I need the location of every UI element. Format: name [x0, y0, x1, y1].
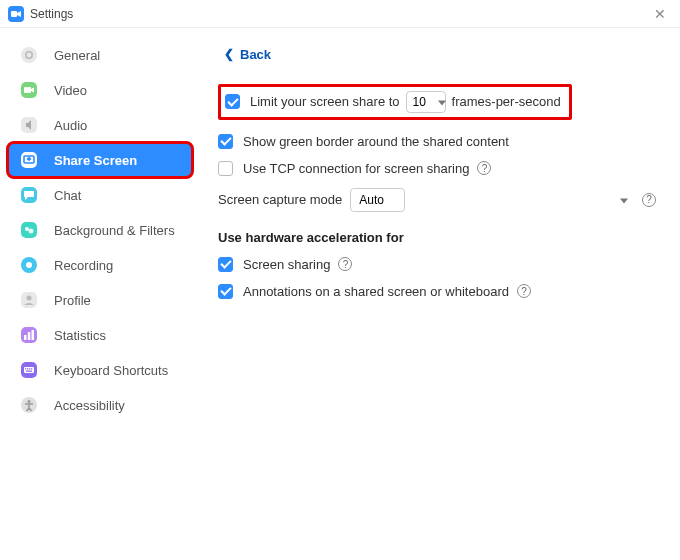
sidebar-item-general[interactable]: General	[8, 38, 192, 72]
back-link[interactable]: ❮ Back	[224, 47, 271, 62]
svg-rect-21	[24, 367, 34, 373]
sidebar: General Video Audio Share Screen	[0, 28, 200, 560]
keyboard-icon	[18, 359, 40, 381]
chevron-left-icon: ❮	[224, 47, 234, 61]
fps-select[interactable]: 10	[406, 91, 446, 113]
hw-screen-sharing-checkbox[interactable]	[218, 257, 233, 272]
accessibility-icon	[18, 394, 40, 416]
svg-point-13	[26, 262, 32, 268]
sidebar-item-share-screen[interactable]: Share Screen	[8, 143, 192, 177]
background-icon	[18, 219, 40, 241]
svg-rect-18	[28, 332, 31, 340]
sidebar-item-statistics[interactable]: Statistics	[8, 318, 192, 352]
chat-icon	[18, 184, 40, 206]
capture-mode-label: Screen capture mode	[218, 192, 342, 207]
sidebar-item-video[interactable]: Video	[8, 73, 192, 107]
tcp-label: Use TCP connection for screen sharing	[243, 161, 469, 176]
sidebar-item-recording[interactable]: Recording	[8, 248, 192, 282]
capture-mode-select[interactable]: Auto	[350, 188, 405, 212]
sidebar-item-label: Chat	[54, 188, 81, 203]
statistics-icon	[18, 324, 40, 346]
svg-rect-17	[24, 335, 27, 340]
hw-screen-sharing-label: Screen sharing	[243, 257, 330, 272]
sidebar-item-label: Share Screen	[54, 153, 137, 168]
gear-icon	[18, 44, 40, 66]
svg-rect-22	[25, 368, 26, 369]
sidebar-item-profile[interactable]: Profile	[8, 283, 192, 317]
tcp-help-icon[interactable]	[477, 161, 491, 175]
tcp-checkbox[interactable]	[218, 161, 233, 176]
svg-rect-4	[24, 87, 31, 93]
capture-mode-help-icon[interactable]	[642, 193, 656, 207]
svg-point-10	[25, 227, 29, 231]
titlebar: Settings ✕	[0, 0, 680, 28]
hw-annotations-label: Annotations on a shared screen or whiteb…	[243, 284, 509, 299]
sidebar-item-label: Recording	[54, 258, 113, 273]
svg-rect-25	[31, 368, 32, 369]
window-title: Settings	[30, 7, 73, 21]
limit-fps-checkbox[interactable]	[225, 94, 240, 109]
sidebar-item-label: Audio	[54, 118, 87, 133]
sidebar-item-label: Video	[54, 83, 87, 98]
close-icon[interactable]: ✕	[648, 4, 672, 24]
svg-point-15	[27, 296, 32, 301]
sidebar-item-label: Background & Filters	[54, 223, 175, 238]
limit-fps-suffix: frames-per-second	[452, 94, 561, 109]
svg-rect-26	[26, 371, 32, 372]
main-content: ❮ Back Limit your screen share to 10 fra…	[200, 28, 680, 560]
sidebar-item-label: Keyboard Shortcuts	[54, 363, 168, 378]
sidebar-item-chat[interactable]: Chat	[8, 178, 192, 212]
svg-point-11	[29, 229, 34, 234]
limit-fps-highlight: Limit your screen share to 10 frames-per…	[218, 84, 572, 120]
green-border-label: Show green border around the shared cont…	[243, 134, 509, 149]
back-label: Back	[240, 47, 271, 62]
sidebar-item-background-filters[interactable]: Background & Filters	[8, 213, 192, 247]
video-icon	[18, 79, 40, 101]
sidebar-item-label: General	[54, 48, 100, 63]
svg-rect-23	[27, 368, 28, 369]
svg-rect-0	[11, 11, 17, 17]
svg-rect-24	[29, 368, 30, 369]
sidebar-item-label: Accessibility	[54, 398, 125, 413]
profile-icon	[18, 289, 40, 311]
svg-point-1	[21, 47, 37, 63]
app-icon	[8, 6, 24, 22]
svg-point-28	[28, 400, 31, 403]
audio-icon	[18, 114, 40, 136]
sidebar-item-audio[interactable]: Audio	[8, 108, 192, 142]
hw-screen-help-icon[interactable]	[338, 257, 352, 271]
limit-fps-prefix: Limit your screen share to	[250, 94, 400, 109]
sidebar-item-label: Statistics	[54, 328, 106, 343]
sidebar-item-label: Profile	[54, 293, 91, 308]
hw-annotations-help-icon[interactable]	[517, 284, 531, 298]
hw-annotations-checkbox[interactable]	[218, 284, 233, 299]
green-border-checkbox[interactable]	[218, 134, 233, 149]
sidebar-item-accessibility[interactable]: Accessibility	[8, 388, 192, 422]
hw-accel-title: Use hardware acceleration for	[218, 230, 656, 245]
svg-rect-19	[32, 330, 35, 340]
share-screen-icon	[18, 149, 40, 171]
sidebar-item-keyboard-shortcuts[interactable]: Keyboard Shortcuts	[8, 353, 192, 387]
recording-icon	[18, 254, 40, 276]
